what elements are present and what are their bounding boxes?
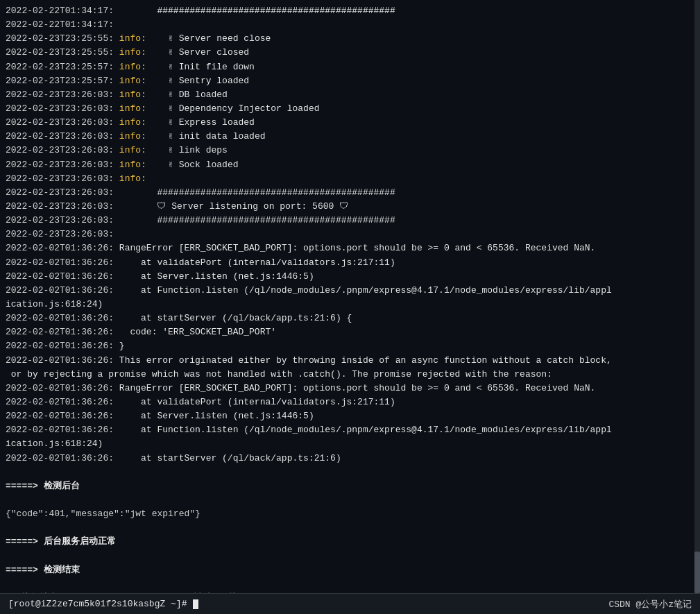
log-level: info: bbox=[119, 158, 146, 172]
log-line: 2022-02-02T01:36:26: at Server.listen (n… bbox=[6, 409, 694, 423]
log-line: 2022-02-02T01:36:26: at Function.listen … bbox=[6, 284, 694, 298]
log-message: ✌ Server closed bbox=[146, 46, 249, 60]
log-line: 2022-02-23T23:26:03: info: ✌ Sock loaded bbox=[6, 158, 694, 172]
log-line: =====> 检测结束 bbox=[6, 563, 694, 577]
log-line: 2022-02-23T23:26:03: 🛡 Server listening … bbox=[6, 200, 694, 214]
log-message bbox=[6, 521, 11, 535]
log-line: 2022-02-23T23:26:03: info: ✌ DB loaded bbox=[6, 88, 694, 102]
log-message: ########################################… bbox=[114, 186, 395, 200]
log-line: 2022-02-02T01:36:26: at startServer (/ql… bbox=[6, 452, 694, 466]
log-line: 2022-02-23T23:26:03: info: bbox=[6, 172, 694, 186]
log-message: ✌ Server need close bbox=[146, 32, 271, 46]
log-message: } bbox=[114, 339, 125, 353]
timestamp: 2022-02-02T01:36:26: bbox=[6, 423, 114, 437]
log-message: at startServer (/ql/back/app.ts:21:6) { bbox=[114, 312, 352, 325]
log-level: info: bbox=[119, 130, 146, 144]
terminal-window: 2022-02-22T01:34:17: ###################… bbox=[0, 0, 700, 614]
log-level: info: bbox=[119, 74, 146, 88]
log-line: 2022-02-02T01:36:26: RangeError [ERR_SOC… bbox=[6, 382, 694, 395]
log-line: 2022-02-23T23:26:03: info: ✌ link deps bbox=[6, 144, 694, 157]
timestamp: 2022-02-23T23:25:57: bbox=[6, 74, 119, 88]
log-message: ✌ Sock loaded bbox=[146, 158, 239, 172]
timestamp: 2022-02-23T23:26:03: bbox=[6, 214, 114, 228]
log-line bbox=[6, 521, 694, 535]
log-line: 2022-02-23T23:26:03: bbox=[6, 228, 694, 241]
timestamp: 2022-02-23T23:25:55: bbox=[6, 46, 119, 60]
log-line bbox=[6, 493, 694, 507]
timestamp: 2022-02-02T01:36:26: bbox=[6, 312, 114, 325]
log-line: 2022-02-02T01:36:26: } bbox=[6, 339, 694, 353]
log-message bbox=[6, 549, 11, 563]
log-message: code: 'ERR_SOCKET_BAD_PORT' bbox=[114, 325, 276, 339]
timestamp: 2022-02-23T23:26:03: bbox=[6, 144, 119, 157]
log-line: 2022-02-23T23:26:03: ###################… bbox=[6, 186, 694, 200]
log-message: at Function.listen (/ql/node_modules/.pn… bbox=[114, 423, 612, 437]
timestamp: 2022-02-02T01:36:26: bbox=[6, 256, 114, 270]
timestamp: 2022-02-02T01:36:26: bbox=[6, 270, 114, 284]
log-message: RangeError [ERR_SOCKET_BAD_PORT]: option… bbox=[114, 382, 595, 395]
log-message: ✌ Sentry loaded bbox=[146, 74, 249, 88]
log-level: info: bbox=[119, 88, 146, 102]
log-line bbox=[6, 549, 694, 563]
timestamp: 2022-02-22T01:34:17: bbox=[6, 18, 114, 32]
log-message: ########################################… bbox=[114, 214, 395, 228]
timestamp: 2022-02-02T01:36:26: bbox=[6, 395, 114, 409]
log-line: 2022-02-02T01:36:26: at validatePort (in… bbox=[6, 395, 694, 409]
timestamp: 2022-02-23T23:26:03: bbox=[6, 88, 119, 102]
log-message: RangeError [ERR_SOCKET_BAD_PORT]: option… bbox=[114, 241, 595, 255]
timestamp: 2022-02-02T01:36:26: bbox=[6, 354, 114, 368]
log-line: 2022-02-23T23:26:03: ###################… bbox=[6, 214, 694, 228]
log-line: {"code":401,"message":"jwt expired"} bbox=[6, 507, 694, 521]
log-line: 2022-02-23T23:26:03: info: ✌ Dependency … bbox=[6, 102, 694, 116]
log-line: 2022-02-02T01:36:26: This error originat… bbox=[6, 354, 694, 368]
log-line: 2022-02-02T01:36:26: at validatePort (in… bbox=[6, 256, 694, 270]
log-line: ication.js:618:24) bbox=[6, 437, 694, 451]
log-message: at Server.listen (net.js:1446:5) bbox=[114, 270, 314, 284]
log-line: ication.js:618:24) bbox=[6, 298, 694, 312]
terminal-prompt: [root@iZ2ze7cm5k01f2s10kasbgZ ~]# bbox=[8, 599, 198, 609]
log-level: info: bbox=[119, 32, 146, 46]
log-message bbox=[6, 493, 11, 507]
log-message bbox=[6, 577, 11, 591]
log-message: ########################################… bbox=[114, 4, 395, 18]
log-message: at validatePort (internal/validators.js:… bbox=[114, 395, 395, 409]
timestamp: 2022-02-02T01:36:26: bbox=[6, 382, 114, 395]
timestamp: 2022-02-23T23:26:03: bbox=[6, 158, 119, 172]
log-message: ✌ Express loaded bbox=[146, 116, 255, 130]
timestamp: 2022-02-02T01:36:26: bbox=[6, 409, 114, 423]
timestamp: 2022-02-22T01:34:17: bbox=[6, 4, 114, 18]
jwt-message: {"code":401,"message":"jwt expired"} bbox=[6, 507, 200, 521]
timestamp: 2022-02-23T23:26:03: bbox=[6, 186, 114, 200]
log-line: 2022-02-23T23:25:57: info: ✌ Sentry load… bbox=[6, 74, 694, 88]
timestamp: 2022-02-23T23:26:03: bbox=[6, 228, 114, 241]
timestamp: 2022-02-23T23:26:03: bbox=[6, 130, 119, 144]
log-message bbox=[6, 466, 11, 479]
log-message: ✌ link deps bbox=[146, 144, 228, 157]
log-line: 2022-02-02T01:36:26: RangeError [ERR_SOC… bbox=[6, 241, 694, 255]
log-line: 2022-02-23T23:25:55: info: ✌ Server need… bbox=[6, 32, 694, 46]
log-line: 2022-02-02T01:36:26: at Function.listen … bbox=[6, 423, 694, 437]
log-line: =====> 检测后台 bbox=[6, 479, 694, 493]
log-message: ✌ Dependency Injector loaded bbox=[146, 102, 320, 116]
timestamp: 2022-02-02T01:36:26: bbox=[6, 325, 114, 339]
log-message: at validatePort (internal/validators.js:… bbox=[114, 256, 395, 270]
timestamp: 2022-02-23T23:26:03: bbox=[6, 116, 119, 130]
log-line: 2022-02-02T01:36:26: at startServer (/ql… bbox=[6, 312, 694, 325]
log-line: 2022-02-23T23:26:03: info: ✌ init data l… bbox=[6, 130, 694, 144]
scrollbar-thumb[interactable] bbox=[694, 552, 700, 593]
log-message: or by rejecting a promise which was not … bbox=[6, 368, 552, 382]
section-label: =====> 后台服务启动正常 bbox=[6, 535, 116, 549]
terminal-output: 2022-02-22T01:34:17: ###################… bbox=[0, 0, 700, 593]
log-level: info: bbox=[119, 60, 146, 74]
timestamp: 2022-02-02T01:36:26: bbox=[6, 339, 114, 353]
timestamp: 2022-02-23T23:25:57: bbox=[6, 60, 119, 74]
timestamp: 2022-02-02T01:36:26: bbox=[6, 284, 114, 298]
log-message: ✌ Init file down bbox=[146, 60, 255, 74]
log-line: 2022-02-23T23:26:03: info: ✌ Express loa… bbox=[6, 116, 694, 130]
scrollbar[interactable] bbox=[694, 0, 700, 593]
timestamp: 2022-02-23T23:26:03: bbox=[6, 102, 119, 116]
log-message: 🛡 Server listening on port: 5600 🛡 bbox=[114, 200, 348, 214]
timestamp: 2022-02-23T23:26:03: bbox=[6, 200, 114, 214]
log-message: ication.js:618:24) bbox=[6, 298, 103, 312]
log-line: 2022-02-02T01:36:26: code: 'ERR_SOCKET_B… bbox=[6, 325, 694, 339]
